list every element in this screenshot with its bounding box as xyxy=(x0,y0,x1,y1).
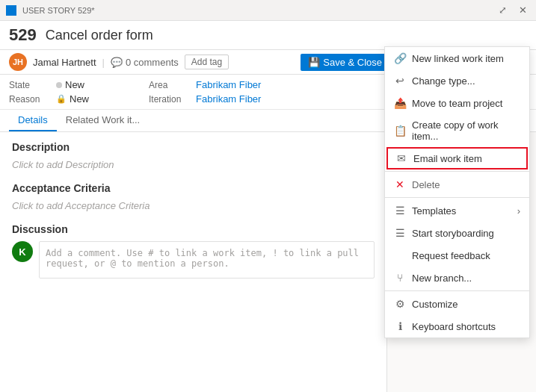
menu-item-delete[interactable]: ✕ Delete xyxy=(385,173,529,196)
menu-item-new-branch[interactable]: ⑂ New branch... xyxy=(385,267,529,289)
area-value[interactable]: Fabrikam Fiber xyxy=(196,79,261,90)
title-bar: USER STORY 529* ⤢ ✕ xyxy=(0,0,536,21)
iteration-label: Iteration xyxy=(149,94,190,105)
work-item-id: 529 xyxy=(9,25,37,45)
comments-count: 0 comments xyxy=(126,57,179,68)
state-value[interactable]: New xyxy=(56,79,84,90)
menu-separator-2 xyxy=(385,197,529,198)
left-panel: Description Click to add Description Acc… xyxy=(0,132,386,392)
title-bar-label: USER STORY 529* xyxy=(22,6,95,15)
move-icon: 📤 xyxy=(394,97,406,109)
comment-icon: 💬 xyxy=(111,57,123,68)
state-dot xyxy=(56,82,62,88)
menu-item-keyboard-shortcuts[interactable]: ℹ Keyboard shortcuts xyxy=(385,315,529,337)
close-button[interactable]: ✕ xyxy=(516,3,530,17)
copy-icon: 📋 xyxy=(394,125,406,137)
menu-item-change-type[interactable]: ↩ Change type... xyxy=(385,69,529,92)
templates-icon: ☰ xyxy=(394,205,406,217)
menu-item-templates[interactable]: ☰ Templates › xyxy=(385,199,529,222)
discussion-title: Discussion xyxy=(12,223,375,235)
context-menu: 🔗 New linked work item ↩ Change type... … xyxy=(384,46,530,338)
area-label: Area xyxy=(149,80,190,90)
menu-item-new-linked[interactable]: 🔗 New linked work item xyxy=(385,47,529,69)
lock-icon: 🔒 xyxy=(56,94,67,104)
storyboard-icon: ☰ xyxy=(394,227,406,239)
menu-item-move-team[interactable]: 📤 Move to team project xyxy=(385,92,529,114)
keyboard-icon: ℹ xyxy=(394,320,406,332)
iteration-value[interactable]: Fabrikam Fiber xyxy=(196,93,261,105)
description-title: Description xyxy=(12,141,375,153)
customize-icon: ⚙ xyxy=(394,298,406,310)
menu-item-request-feedback[interactable]: Request feedback xyxy=(385,244,529,267)
change-type-icon: ↩ xyxy=(394,75,406,87)
tab-related-work[interactable]: Related Work it... xyxy=(57,110,149,131)
menu-item-customize[interactable]: ⚙ Customize xyxy=(385,293,529,315)
menu-item-email[interactable]: ✉ Email work item xyxy=(386,147,528,169)
collapse-button[interactable]: ⤢ xyxy=(496,3,510,17)
description-placeholder[interactable]: Click to add Description xyxy=(12,159,375,170)
save-icon: 💾 xyxy=(308,57,320,68)
discussion-avatar: K xyxy=(12,241,33,262)
work-item-type-icon xyxy=(6,5,16,16)
acceptance-placeholder[interactable]: Click to add Acceptance Criteria xyxy=(12,200,375,211)
discussion-row: K Add a comment. Use # to link a work it… xyxy=(12,241,375,279)
menu-item-create-copy[interactable]: 📋 Create copy of work item... xyxy=(385,114,529,147)
branch-icon: ⑂ xyxy=(394,272,406,284)
email-icon: ✉ xyxy=(395,152,407,164)
menu-separator-1 xyxy=(385,171,529,172)
menu-separator-3 xyxy=(385,290,529,291)
request-feedback-icon xyxy=(394,249,406,261)
reason-value[interactable]: 🔒 New xyxy=(56,93,89,105)
comments-button[interactable]: 💬 0 comments xyxy=(111,57,179,68)
acceptance-title: Acceptance Criteria xyxy=(12,182,375,194)
reason-label: Reason xyxy=(9,94,50,105)
add-tag-button[interactable]: Add tag xyxy=(185,55,229,69)
link-icon: 🔗 xyxy=(394,52,406,64)
discussion-input[interactable]: Add a comment. Use # to link a work item… xyxy=(39,241,375,279)
delete-icon: ✕ xyxy=(394,178,406,190)
avatar: JH xyxy=(9,53,27,71)
menu-item-storyboard[interactable]: ☰ Start storyboarding xyxy=(385,222,529,244)
username-label: Jamal Hartnett xyxy=(33,57,96,68)
save-close-button[interactable]: 💾 Save & Close xyxy=(301,54,389,71)
tab-details[interactable]: Details xyxy=(9,110,57,131)
templates-arrow: › xyxy=(517,205,520,217)
state-label: State xyxy=(9,80,50,90)
work-item-title[interactable]: Cancel order form xyxy=(46,28,153,43)
